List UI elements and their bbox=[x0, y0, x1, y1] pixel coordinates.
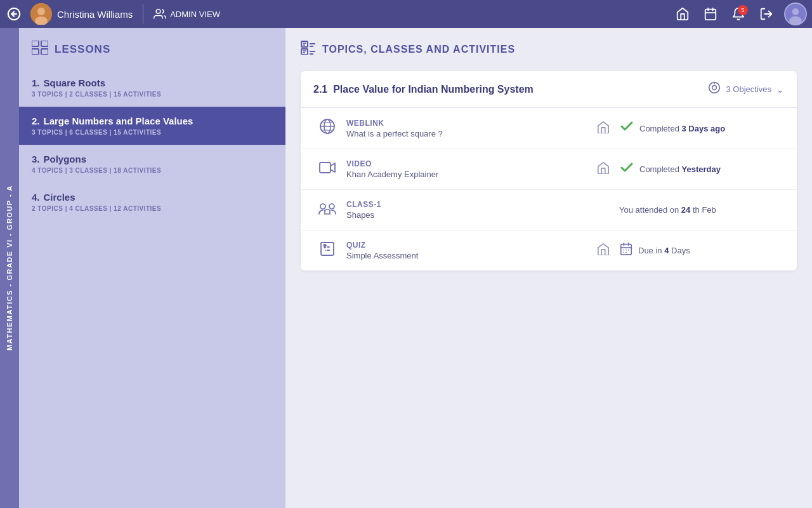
admin-view-button[interactable]: ADMIN VIEW bbox=[154, 8, 220, 20]
svg-point-24 bbox=[709, 83, 720, 93]
class-status-text: You attended on 24 th Feb bbox=[619, 205, 716, 215]
video-home-icon[interactable] bbox=[596, 161, 610, 177]
video-home-col bbox=[587, 161, 619, 177]
lesson-item-2[interactable]: 2. Large Numbers and Place Values 3 TOPI… bbox=[19, 107, 285, 145]
svg-rect-16 bbox=[41, 41, 48, 46]
quiz-home-icon[interactable] bbox=[596, 243, 610, 258]
topic-section: 2.1 Place Value for Indian Numbering Sys… bbox=[301, 71, 797, 271]
main-content: TOPICS, CLASSES AND ACTIVITIES 2.1 Place… bbox=[285, 28, 812, 508]
lesson-number-1: 1. bbox=[32, 77, 40, 88]
class-icon-col bbox=[313, 201, 341, 219]
lessons-title: LESSONS bbox=[55, 43, 110, 56]
weblink-home-icon[interactable] bbox=[596, 121, 610, 137]
content-header-title: TOPICS, CLASSES AND ACTIVITIES bbox=[322, 44, 515, 55]
lesson-item-3[interactable]: 3. Polygons 4 TOPICS | 3 CLASSES | 18 AC… bbox=[19, 145, 285, 183]
weblink-icon bbox=[319, 118, 336, 138]
svg-point-3 bbox=[37, 8, 45, 15]
svg-rect-21 bbox=[301, 49, 308, 55]
weblink-status: Completed 3 Days ago bbox=[619, 119, 784, 138]
weblink-status-text: Completed 3 Days ago bbox=[639, 124, 725, 133]
back-button[interactable] bbox=[0, 0, 28, 28]
nav-divider bbox=[143, 4, 143, 23]
topic-header: 2.1 Place Value for Indian Numbering Sys… bbox=[301, 71, 797, 108]
lesson-meta-3: 4 TOPICS | 3 CLASSES | 18 ACTIVITIES bbox=[32, 167, 273, 174]
weblink-home-col bbox=[587, 121, 619, 137]
svg-rect-36 bbox=[321, 243, 334, 255]
lesson-number-3: 3. bbox=[32, 154, 40, 164]
lesson-title-2: Large Numbers and Place Values bbox=[44, 116, 193, 126]
weblink-type-label: WEBLINK bbox=[346, 119, 587, 128]
current-user-avatar[interactable] bbox=[784, 3, 807, 25]
svg-point-12 bbox=[792, 8, 799, 15]
logout-button[interactable] bbox=[754, 1, 779, 27]
activity-row-quiz: ? QUIZ Simple Assessment bbox=[301, 231, 797, 271]
svg-point-13 bbox=[789, 17, 802, 25]
weblink-icon-col bbox=[313, 118, 341, 138]
svg-rect-32 bbox=[320, 163, 331, 173]
notifications-button[interactable]: 5 bbox=[726, 1, 751, 27]
notification-badge: 5 bbox=[738, 5, 748, 15]
quiz-info: QUIZ Simple Assessment bbox=[341, 241, 587, 260]
svg-rect-18 bbox=[301, 41, 308, 47]
lesson-meta-1: 3 TOPICS | 2 CLASSES | 15 ACTIVITIES bbox=[32, 91, 273, 98]
lesson-title-1: Square Roots bbox=[44, 77, 106, 88]
video-icon-col bbox=[313, 161, 341, 178]
svg-rect-17 bbox=[41, 49, 48, 55]
objectives-label: 3 Objectives bbox=[726, 84, 771, 94]
activity-row-class: CLASS-1 Shapes You attended on 24 th Feb bbox=[301, 190, 797, 231]
video-status-text: Completed Yesterday bbox=[639, 164, 721, 174]
quiz-home-col bbox=[587, 243, 619, 258]
topnav: Christina Williams ADMIN VIEW bbox=[0, 0, 812, 28]
weblink-info: WEBLINK What is a perfect square ? bbox=[341, 119, 587, 138]
content-header-icon bbox=[301, 41, 316, 58]
quiz-name: Simple Assessment bbox=[346, 251, 587, 260]
activity-row-video: VIDEO Khan Academy Explainer bbox=[301, 149, 797, 190]
check-icon-video bbox=[619, 160, 634, 179]
main-layout: MATHEMATICS - Grade VI - GROUP - A LESSO… bbox=[0, 28, 812, 508]
lesson-item-1[interactable]: 1. Square Roots 3 TOPICS | 2 CLASSES | 1… bbox=[19, 69, 285, 107]
calendar-nav-button[interactable] bbox=[698, 1, 723, 27]
svg-marker-33 bbox=[331, 163, 335, 172]
lessons-header: LESSONS bbox=[19, 41, 285, 69]
class-status: You attended on 24 th Feb bbox=[619, 205, 784, 215]
video-name: Khan Academy Explainer bbox=[346, 170, 587, 179]
svg-point-35 bbox=[329, 204, 334, 209]
lessons-header-icon bbox=[32, 41, 48, 58]
weblink-name: What is a perfect square ? bbox=[346, 129, 587, 138]
lesson-title-4: Circles bbox=[44, 192, 75, 203]
video-info: VIDEO Khan Academy Explainer bbox=[341, 159, 587, 179]
svg-rect-14 bbox=[32, 41, 39, 46]
lesson-title-3: Polygons bbox=[44, 154, 87, 164]
lessons-panel: LESSONS 1. Square Roots 3 TOPICS | 2 CLA… bbox=[19, 28, 285, 508]
quiz-calendar-icon bbox=[619, 242, 633, 259]
class-info: CLASS-1 Shapes bbox=[341, 200, 587, 220]
video-icon bbox=[319, 161, 336, 178]
home-nav-button[interactable] bbox=[670, 1, 695, 27]
video-status: Completed Yesterday bbox=[619, 160, 784, 179]
lesson-number-4: 4. bbox=[32, 192, 40, 203]
quiz-status: Due in 4 Days bbox=[619, 242, 784, 259]
chevron-down-icon: ⌄ bbox=[776, 84, 784, 95]
svg-text:?: ? bbox=[324, 244, 326, 248]
svg-point-5 bbox=[156, 10, 160, 14]
svg-rect-6 bbox=[705, 10, 716, 20]
quiz-status-text: Due in 4 Days bbox=[638, 246, 690, 255]
objective-icon bbox=[708, 81, 721, 97]
lesson-meta-2: 3 TOPICS | 6 CLASSES | 15 ACTIVITIES bbox=[32, 129, 273, 136]
content-header: TOPICS, CLASSES AND ACTIVITIES bbox=[301, 41, 797, 58]
admin-view-label: ADMIN VIEW bbox=[170, 10, 220, 19]
topic-title: 2.1 Place Value for Indian Numbering Sys… bbox=[313, 84, 534, 95]
class-icon bbox=[318, 201, 336, 219]
svg-point-25 bbox=[712, 86, 717, 90]
objectives-button[interactable]: 3 Objectives ⌄ bbox=[708, 81, 784, 97]
user-name-label: Christina Williams bbox=[57, 9, 133, 20]
lesson-item-4[interactable]: 4. Circles 2 TOPICS | 4 CLASSES | 12 ACT… bbox=[19, 183, 285, 221]
class-name: Shapes bbox=[346, 210, 587, 220]
class-type-label: CLASS-1 bbox=[346, 200, 587, 209]
quiz-icon-col: ? bbox=[313, 241, 341, 260]
subject-label: MATHEMATICS - Grade VI - GROUP - A bbox=[0, 28, 19, 508]
user-avatar bbox=[30, 3, 52, 25]
svg-rect-15 bbox=[32, 49, 39, 55]
lesson-number-2: 2. bbox=[32, 116, 40, 126]
quiz-type-label: QUIZ bbox=[346, 241, 587, 250]
